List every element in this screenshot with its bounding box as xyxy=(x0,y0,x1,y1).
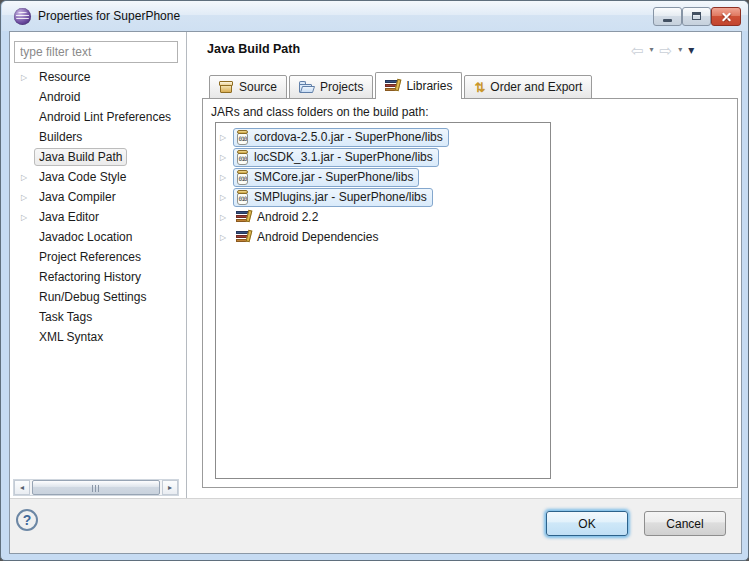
build-path-list[interactable]: ▷ 010cordova-2.5.0.jar - SuperPhone/libs… xyxy=(215,122,551,479)
ok-button[interactable]: OK xyxy=(546,511,628,536)
close-button[interactable] xyxy=(711,7,741,26)
back-dropdown-icon[interactable]: ▾ xyxy=(650,46,654,54)
sidebar-item-task-tags[interactable]: Task Tags xyxy=(21,307,97,327)
list-item-cordova[interactable]: ▷ 010cordova-2.5.0.jar - SuperPhone/libs xyxy=(220,127,449,147)
list-item-smplugins[interactable]: ▷ 010SMPlugins.jar - SuperPhone/libs xyxy=(220,187,433,207)
expand-arrow-icon[interactable]: ▷ xyxy=(21,73,34,82)
minimize-icon xyxy=(663,19,672,22)
library-icon xyxy=(385,79,401,93)
list-item-android-dependencies[interactable]: ▷ Android Dependencies xyxy=(220,227,384,247)
panel-divider xyxy=(186,32,187,498)
sidebar-item-android[interactable]: Android xyxy=(21,87,85,107)
expand-arrow-icon[interactable]: ▷ xyxy=(21,193,34,202)
tab-source[interactable]: Source xyxy=(209,75,287,99)
list-item-locsdk[interactable]: ▷ 010locSDK_3.1.jar - SuperPhone/libs xyxy=(220,147,439,167)
sidebar-horizontal-scrollbar[interactable]: ◂ ▸ xyxy=(13,479,179,496)
view-menu-icon[interactable]: ▾ xyxy=(688,44,694,56)
history-navigation: ⇦ ▾ ⇨ ▾ ▾ xyxy=(631,41,739,59)
jar-icon: 010 xyxy=(236,130,249,145)
expand-arrow-icon[interactable]: ▷ xyxy=(220,193,233,202)
tab-libraries[interactable]: Libraries xyxy=(375,72,462,99)
sidebar-item-xml-syntax[interactable]: XML Syntax xyxy=(21,327,108,347)
maximize-icon xyxy=(692,12,701,20)
forward-icon[interactable]: ⇨ xyxy=(660,43,673,58)
expand-arrow-icon[interactable]: ▷ xyxy=(21,173,34,182)
scroll-right-icon[interactable]: ▸ xyxy=(162,480,178,495)
sidebar-item-refactoring-history[interactable]: Refactoring History xyxy=(21,267,146,287)
expand-arrow-icon[interactable]: ▷ xyxy=(220,213,233,222)
list-item-android-22[interactable]: ▷ Android 2.2 xyxy=(220,207,324,227)
maximize-button[interactable] xyxy=(682,7,711,26)
package-icon xyxy=(219,81,234,94)
scroll-left-icon[interactable]: ◂ xyxy=(14,480,30,495)
cancel-button[interactable]: Cancel xyxy=(644,511,726,536)
folder-icon xyxy=(299,81,315,94)
back-icon[interactable]: ⇦ xyxy=(631,43,644,58)
sidebar-item-java-editor[interactable]: ▷Java Editor xyxy=(21,207,104,227)
build-path-tabs: Source Projects Libraries ⇅ Order and Ex… xyxy=(209,72,592,99)
expand-arrow-icon[interactable]: ▷ xyxy=(21,213,34,222)
expand-arrow-icon[interactable]: ▷ xyxy=(220,153,233,162)
dialog-footer xyxy=(10,498,741,553)
expand-arrow-icon[interactable]: ▷ xyxy=(220,133,233,142)
sidebar-item-java-code-style[interactable]: ▷Java Code Style xyxy=(21,167,131,187)
sidebar-item-resource[interactable]: ▷Resource xyxy=(21,67,95,87)
library-icon xyxy=(236,210,252,224)
eclipse-icon xyxy=(14,8,31,25)
help-button[interactable]: ? xyxy=(16,509,38,531)
sidebar-item-javadoc-location[interactable]: Javadoc Location xyxy=(21,227,137,247)
tab-order-and-export[interactable]: ⇅ Order and Export xyxy=(464,75,592,99)
sidebar-item-run-debug-settings[interactable]: Run/Debug Settings xyxy=(21,287,151,307)
list-item-smcore[interactable]: ▷ 010SMCore.jar - SuperPhone/libs xyxy=(220,167,419,187)
window-title: Properties for SuperPhone xyxy=(38,9,180,23)
sidebar-item-project-references[interactable]: Project References xyxy=(21,247,146,267)
sidebar-item-builders[interactable]: Builders xyxy=(21,127,87,147)
library-icon xyxy=(236,230,252,244)
page-title: Java Build Path xyxy=(207,42,300,56)
order-icon: ⇅ xyxy=(474,81,485,94)
minimize-button[interactable] xyxy=(653,7,682,26)
scrollbar-thumb[interactable] xyxy=(32,480,160,495)
scrollbar-track[interactable] xyxy=(30,480,162,495)
sidebar-item-android-lint-preferences[interactable]: Android Lint Preferences xyxy=(21,107,176,127)
sidebar-item-java-compiler[interactable]: ▷Java Compiler xyxy=(21,187,121,207)
forward-dropdown-icon[interactable]: ▾ xyxy=(678,46,682,54)
sidebar-item-java-build-path[interactable]: Java Build Path xyxy=(21,147,127,167)
expand-arrow-icon[interactable]: ▷ xyxy=(220,233,233,242)
expand-arrow-icon[interactable]: ▷ xyxy=(220,173,233,182)
properties-dialog: Properties for SuperPhone ▷Resource Andr… xyxy=(0,0,749,561)
jar-icon: 010 xyxy=(236,150,249,165)
filter-input[interactable] xyxy=(14,41,178,63)
jar-icon: 010 xyxy=(236,190,249,205)
list-label: JARs and class folders on the build path… xyxy=(211,105,428,119)
titlebar[interactable]: Properties for SuperPhone xyxy=(2,1,749,31)
jar-icon: 010 xyxy=(236,170,249,185)
help-icon: ? xyxy=(23,512,32,528)
tab-projects[interactable]: Projects xyxy=(289,75,373,99)
